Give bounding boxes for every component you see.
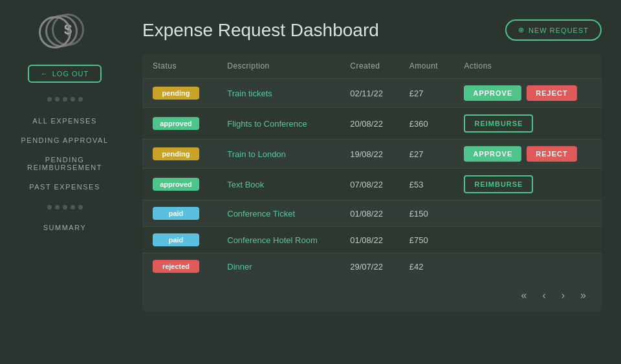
main-content: Expense Request Dashboard ⊕ NEW REQUEST … (129, 0, 621, 364)
status-badge: approved (153, 178, 199, 191)
dots-divider-top (47, 97, 83, 102)
created-cell: 01/08/22 (340, 227, 399, 253)
amount-cell: £150 (399, 200, 454, 227)
nav-menu: ALL EXPENSES PENDING APPROVAL PENDING RE… (0, 112, 129, 196)
status-badge: approved (153, 117, 199, 130)
status-badge: pending (153, 147, 199, 160)
description-cell: Dinner (217, 253, 340, 280)
plus-icon: ⊕ (518, 26, 525, 34)
description-link[interactable]: Train to London (227, 149, 286, 159)
pagination-first[interactable]: « (516, 287, 532, 304)
status-cell: paid (142, 200, 217, 227)
amount-cell: £42 (399, 253, 454, 280)
status-badge: paid (153, 233, 199, 246)
actions-cell: REIMBURSE (453, 108, 602, 140)
actions-cell: REIMBURSE (453, 169, 602, 200)
logout-arrow-icon: ← (41, 70, 49, 78)
table-row: paidConference Hotel Room01/08/22£750 (142, 227, 602, 253)
dots-divider-bottom (47, 205, 83, 209)
description-link[interactable]: Flights to Conference (227, 119, 307, 129)
sidebar: $ ← LOG OUT ALL EXPENSES PENDING APPROVA… (0, 0, 129, 364)
logo: $ (39, 13, 91, 52)
description-cell: Flights to Conference (217, 108, 340, 140)
logout-label: LOG OUT (52, 70, 89, 78)
amount-cell: £360 (399, 108, 454, 140)
created-cell: 02/11/22 (340, 79, 399, 108)
table-row: rejectedDinner29/07/22£42 (142, 253, 602, 280)
amount-cell: £27 (399, 140, 454, 169)
col-description: Description (217, 54, 340, 79)
created-cell: 29/07/22 (340, 253, 399, 280)
status-cell: rejected (142, 253, 217, 280)
actions-cell (453, 200, 602, 227)
description-cell: Conference Ticket (217, 200, 340, 227)
col-amount: Amount (399, 54, 454, 79)
approve-button[interactable]: APPROVE (464, 146, 521, 162)
table-row: paidConference Ticket01/08/22£150 (142, 200, 602, 227)
description-link[interactable]: Conference Hotel Room (227, 235, 317, 245)
description-cell: Train to London (217, 140, 340, 169)
new-request-button[interactable]: ⊕ NEW REQUEST (505, 19, 602, 41)
description-cell: Text Book (217, 169, 340, 200)
sidebar-item-all-expenses[interactable]: ALL EXPENSES (0, 112, 129, 130)
amount-cell: £53 (399, 169, 454, 200)
col-actions: Actions (453, 54, 602, 79)
status-cell: approved (142, 108, 217, 140)
actions-cell: APPROVEREJECT (453, 140, 602, 169)
logout-button[interactable]: ← LOG OUT (28, 65, 102, 83)
table-header-row: Status Description Created Amount Action… (142, 54, 602, 79)
status-cell: pending (142, 140, 217, 169)
reimburse-button[interactable]: REIMBURSE (464, 114, 533, 133)
reimburse-button[interactable]: REIMBURSE (464, 175, 533, 193)
new-request-label: NEW REQUEST (528, 27, 589, 34)
actions-cell (453, 253, 602, 280)
status-badge: pending (153, 87, 199, 100)
description-cell: Conference Hotel Room (217, 227, 340, 253)
actions-cell (453, 227, 602, 253)
amount-cell: £750 (399, 227, 454, 253)
status-cell: pending (142, 79, 217, 108)
table-row: pendingTrain to London19/08/22£27APPROVE… (142, 140, 602, 169)
sidebar-item-pending-reimbursement[interactable]: PENDING REIMBURSEMENT (0, 151, 129, 177)
pagination: « ‹ › » (142, 279, 602, 312)
coin-icon-3 (39, 16, 71, 48)
description-link[interactable]: Conference Ticket (227, 209, 295, 219)
table-row: pendingTrain tickets02/11/22£27APPROVERE… (142, 79, 602, 108)
expense-table-container: Status Description Created Amount Action… (142, 54, 602, 312)
page-title: Expense Request Dashboard (142, 20, 379, 41)
pagination-next[interactable]: › (556, 287, 570, 304)
pagination-prev[interactable]: ‹ (537, 287, 550, 304)
table-row: approvedText Book07/08/22£53REIMBURSE (142, 169, 602, 200)
sidebar-item-pending-approval[interactable]: PENDING APPROVAL (0, 131, 129, 149)
header: Expense Request Dashboard ⊕ NEW REQUEST (142, 19, 602, 41)
col-status: Status (142, 54, 217, 79)
status-badge: paid (153, 207, 199, 220)
reject-button[interactable]: REJECT (527, 85, 576, 101)
description-link[interactable]: Dinner (227, 262, 252, 272)
sidebar-item-past-expenses[interactable]: PAST EXPENSES (0, 178, 129, 196)
amount-cell: £27 (399, 79, 454, 108)
reject-button[interactable]: REJECT (527, 146, 576, 162)
approve-button[interactable]: APPROVE (464, 85, 521, 101)
sidebar-item-summary[interactable]: SUMMARY (33, 219, 97, 237)
expense-table: Status Description Created Amount Action… (142, 54, 602, 279)
status-cell: paid (142, 227, 217, 253)
created-cell: 01/08/22 (340, 200, 399, 227)
pagination-last[interactable]: » (575, 287, 591, 304)
created-cell: 20/08/22 (340, 108, 399, 140)
created-cell: 07/08/22 (340, 169, 399, 200)
col-created: Created (340, 54, 399, 79)
actions-cell: APPROVEREJECT (453, 79, 602, 108)
table-row: approvedFlights to Conference20/08/22£36… (142, 108, 602, 140)
status-badge: rejected (153, 260, 199, 273)
status-cell: approved (142, 169, 217, 200)
created-cell: 19/08/22 (340, 140, 399, 169)
description-link[interactable]: Train tickets (227, 89, 272, 98)
description-link[interactable]: Text Book (227, 180, 264, 189)
description-cell: Train tickets (217, 79, 340, 108)
